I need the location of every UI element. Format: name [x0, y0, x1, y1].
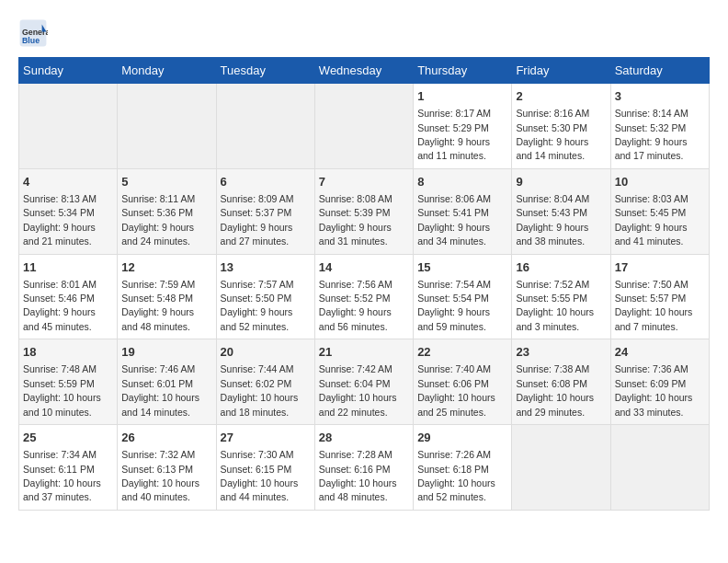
calendar-cell: 27Sunrise: 7:30 AM Sunset: 6:15 PM Dayli… — [216, 425, 314, 511]
day-info: Sunrise: 7:42 AM Sunset: 6:04 PM Dayligh… — [319, 363, 397, 417]
calendar-cell: 4Sunrise: 8:13 AM Sunset: 5:34 PM Daylig… — [19, 168, 118, 254]
weekday-header-saturday: Saturday — [610, 58, 709, 84]
day-info: Sunrise: 7:44 AM Sunset: 6:02 PM Dayligh… — [221, 363, 299, 417]
day-number: 22 — [417, 344, 507, 361]
day-number: 28 — [319, 430, 409, 446]
day-info: Sunrise: 8:06 AM Sunset: 5:41 PM Dayligh… — [417, 193, 491, 247]
calendar-cell: 9Sunrise: 8:04 AM Sunset: 5:43 PM Daylig… — [512, 168, 610, 254]
day-info: Sunrise: 7:32 AM Sunset: 6:13 PM Dayligh… — [121, 449, 199, 502]
day-number: 5 — [121, 174, 211, 190]
header: General Blue — [18, 18, 710, 48]
day-number: 1 — [417, 88, 507, 105]
day-info: Sunrise: 8:04 AM Sunset: 5:43 PM Dayligh… — [516, 193, 589, 247]
calendar-cell: 21Sunrise: 7:42 AM Sunset: 6:04 PM Dayli… — [314, 339, 413, 425]
day-number: 17 — [615, 259, 705, 276]
day-info: Sunrise: 8:16 AM Sunset: 5:30 PM Dayligh… — [516, 108, 589, 161]
calendar-cell: 17Sunrise: 7:50 AM Sunset: 5:57 PM Dayli… — [610, 254, 709, 339]
calendar-cell: 13Sunrise: 7:57 AM Sunset: 5:50 PM Dayli… — [216, 254, 314, 339]
calendar-cell — [512, 425, 610, 511]
calendar-cell: 8Sunrise: 8:06 AM Sunset: 5:41 PM Daylig… — [414, 168, 512, 254]
day-number: 3 — [615, 88, 705, 105]
day-info: Sunrise: 7:48 AM Sunset: 5:59 PM Dayligh… — [23, 363, 101, 417]
calendar-cell: 3Sunrise: 8:14 AM Sunset: 5:32 PM Daylig… — [610, 84, 709, 169]
day-info: Sunrise: 7:26 AM Sunset: 6:18 PM Dayligh… — [417, 449, 495, 502]
day-number: 7 — [319, 174, 409, 190]
calendar-cell: 14Sunrise: 7:56 AM Sunset: 5:52 PM Dayli… — [314, 254, 413, 339]
calendar-cell: 19Sunrise: 7:46 AM Sunset: 6:01 PM Dayli… — [118, 339, 216, 425]
calendar-cell: 5Sunrise: 8:11 AM Sunset: 5:36 PM Daylig… — [118, 168, 216, 254]
day-info: Sunrise: 7:46 AM Sunset: 6:01 PM Dayligh… — [121, 363, 199, 417]
day-number: 11 — [23, 259, 113, 276]
calendar-cell: 6Sunrise: 8:09 AM Sunset: 5:37 PM Daylig… — [216, 168, 314, 254]
calendar-cell: 18Sunrise: 7:48 AM Sunset: 5:59 PM Dayli… — [19, 339, 118, 425]
day-info: Sunrise: 7:57 AM Sunset: 5:50 PM Dayligh… — [221, 279, 294, 332]
svg-text:Blue: Blue — [22, 36, 40, 45]
day-info: Sunrise: 7:54 AM Sunset: 5:54 PM Dayligh… — [417, 279, 491, 332]
calendar-cell: 25Sunrise: 7:34 AM Sunset: 6:11 PM Dayli… — [19, 425, 118, 511]
day-info: Sunrise: 7:34 AM Sunset: 6:11 PM Dayligh… — [23, 449, 101, 502]
calendar-cell: 24Sunrise: 7:36 AM Sunset: 6:09 PM Dayli… — [610, 339, 709, 425]
day-info: Sunrise: 7:59 AM Sunset: 5:48 PM Dayligh… — [121, 279, 195, 332]
calendar-cell: 29Sunrise: 7:26 AM Sunset: 6:18 PM Dayli… — [414, 425, 512, 511]
day-number: 27 — [221, 430, 311, 446]
day-number: 20 — [221, 344, 311, 361]
calendar-cell: 20Sunrise: 7:44 AM Sunset: 6:02 PM Dayli… — [216, 339, 314, 425]
day-info: Sunrise: 8:11 AM Sunset: 5:36 PM Dayligh… — [121, 193, 195, 247]
weekday-header-wednesday: Wednesday — [314, 58, 413, 84]
calendar-cell — [19, 84, 118, 169]
day-number: 10 — [615, 174, 705, 190]
day-number: 18 — [23, 344, 113, 361]
calendar-cell: 15Sunrise: 7:54 AM Sunset: 5:54 PM Dayli… — [414, 254, 512, 339]
calendar-cell: 12Sunrise: 7:59 AM Sunset: 5:48 PM Dayli… — [118, 254, 216, 339]
day-number: 24 — [615, 344, 705, 361]
weekday-header-sunday: Sunday — [19, 58, 118, 84]
day-info: Sunrise: 8:13 AM Sunset: 5:34 PM Dayligh… — [23, 193, 97, 247]
day-number: 26 — [121, 430, 211, 446]
day-info: Sunrise: 7:36 AM Sunset: 6:09 PM Dayligh… — [615, 363, 693, 417]
logo: General Blue — [18, 18, 51, 48]
day-info: Sunrise: 7:52 AM Sunset: 5:55 PM Dayligh… — [516, 279, 594, 332]
calendar-cell: 16Sunrise: 7:52 AM Sunset: 5:55 PM Dayli… — [512, 254, 610, 339]
day-info: Sunrise: 7:56 AM Sunset: 5:52 PM Dayligh… — [319, 279, 392, 332]
day-number: 8 — [417, 174, 507, 190]
day-info: Sunrise: 7:30 AM Sunset: 6:15 PM Dayligh… — [221, 449, 299, 502]
weekday-header-tuesday: Tuesday — [216, 58, 314, 84]
day-number: 2 — [516, 88, 606, 105]
calendar-cell: 22Sunrise: 7:40 AM Sunset: 6:06 PM Dayli… — [414, 339, 512, 425]
calendar-cell — [216, 84, 314, 169]
logo-icon: General Blue — [18, 18, 48, 48]
day-number: 13 — [221, 259, 311, 276]
day-info: Sunrise: 7:38 AM Sunset: 6:08 PM Dayligh… — [516, 363, 594, 417]
day-info: Sunrise: 8:08 AM Sunset: 5:39 PM Dayligh… — [319, 193, 392, 247]
calendar-cell: 26Sunrise: 7:32 AM Sunset: 6:13 PM Dayli… — [118, 425, 216, 511]
day-info: Sunrise: 8:01 AM Sunset: 5:46 PM Dayligh… — [23, 279, 97, 332]
calendar-table: SundayMondayTuesdayWednesdayThursdayFrid… — [18, 57, 710, 511]
weekday-header-monday: Monday — [118, 58, 216, 84]
weekday-header-friday: Friday — [512, 58, 610, 84]
calendar-cell — [118, 84, 216, 169]
day-number: 6 — [221, 174, 311, 190]
day-number: 29 — [417, 430, 507, 446]
calendar-cell: 7Sunrise: 8:08 AM Sunset: 5:39 PM Daylig… — [314, 168, 413, 254]
day-number: 19 — [121, 344, 211, 361]
day-info: Sunrise: 7:40 AM Sunset: 6:06 PM Dayligh… — [417, 363, 495, 417]
calendar-cell — [314, 84, 413, 169]
day-number: 25 — [23, 430, 113, 446]
day-number: 15 — [417, 259, 507, 276]
day-info: Sunrise: 8:09 AM Sunset: 5:37 PM Dayligh… — [221, 193, 294, 247]
day-number: 23 — [516, 344, 606, 361]
day-number: 14 — [319, 259, 409, 276]
day-info: Sunrise: 8:03 AM Sunset: 5:45 PM Dayligh… — [615, 193, 688, 247]
day-number: 21 — [319, 344, 409, 361]
day-info: Sunrise: 8:14 AM Sunset: 5:32 PM Dayligh… — [615, 108, 688, 161]
calendar-cell — [610, 425, 709, 511]
calendar-cell: 10Sunrise: 8:03 AM Sunset: 5:45 PM Dayli… — [610, 168, 709, 254]
day-info: Sunrise: 7:28 AM Sunset: 6:16 PM Dayligh… — [319, 449, 397, 502]
day-number: 9 — [516, 174, 606, 190]
calendar-cell: 2Sunrise: 8:16 AM Sunset: 5:30 PM Daylig… — [512, 84, 610, 169]
day-number: 12 — [121, 259, 211, 276]
day-number: 4 — [23, 174, 113, 190]
calendar-cell: 11Sunrise: 8:01 AM Sunset: 5:46 PM Dayli… — [19, 254, 118, 339]
calendar-cell: 1Sunrise: 8:17 AM Sunset: 5:29 PM Daylig… — [414, 84, 512, 169]
day-info: Sunrise: 7:50 AM Sunset: 5:57 PM Dayligh… — [615, 279, 693, 332]
